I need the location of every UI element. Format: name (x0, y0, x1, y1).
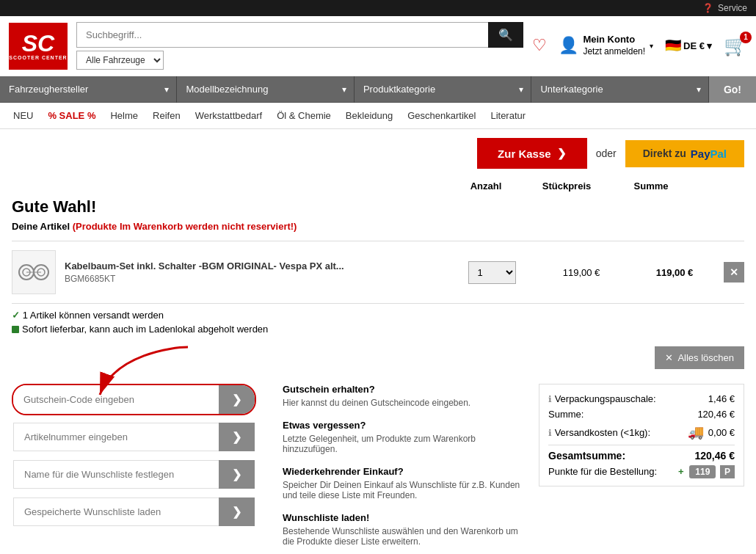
stock-check-icon: ✓ (12, 310, 23, 321)
product-info: Kabelbaum-Set inkl. Schalter -BGM ORIGIN… (65, 260, 446, 284)
delete-all-label: Alles löschen (677, 352, 734, 363)
stock-info: ✓ 1 Artikel können versandt werden Sofor… (12, 310, 744, 335)
account-wrap[interactable]: 👤 Mein Konto Jetzt anmelden! ▾ (559, 34, 653, 57)
info-box-wishlist-title: Wunschliste laden! (283, 512, 527, 523)
oder-text: oder (596, 147, 617, 159)
table-header: Anzahl Stückpreis Summe (12, 181, 744, 192)
info-box-forgot-title: Etwas vergessen? (283, 420, 527, 431)
filter-fahrzeughersteller[interactable]: Fahrzeughersteller (0, 76, 176, 102)
wishlist-name-row: ❯ (12, 459, 256, 490)
summary-verpackung-val: 1,46 € (708, 393, 735, 404)
remove-button[interactable]: ✕ (724, 262, 744, 283)
nav-reifen[interactable]: Reifen (145, 103, 188, 128)
summary-points-row: Punkte für die Bestellung: + 119 P (548, 466, 735, 477)
qty-select[interactable]: 1 (468, 261, 516, 284)
go-button[interactable]: Go! (709, 76, 756, 103)
account-icon: 👤 (559, 36, 578, 55)
search-button[interactable]: 🔍 (488, 22, 523, 48)
nav-bekleidung[interactable]: Bekleidung (338, 103, 400, 128)
article-row: ❯ (12, 421, 256, 453)
delete-all-icon: ✕ (665, 352, 673, 363)
col-summe-header: Summe (611, 181, 691, 192)
wishlist-icon[interactable]: ♡ (532, 36, 547, 55)
summary-punkte-label: Punkte für die Bestellung: (548, 466, 657, 477)
flag-icon: 🇩🇪 (665, 37, 681, 54)
article-submit-button[interactable]: ❯ (219, 423, 255, 451)
summary-verpackung-label: ℹ Verpackungspauschale: (548, 393, 656, 404)
nav-literatur[interactable]: Literatur (483, 103, 533, 128)
summary-gesamt-row: Gesamtsumme: 120,46 € (548, 445, 735, 462)
search-bar: 🔍 (76, 22, 523, 48)
checkout-label: Zur Kasse (498, 147, 551, 160)
nav-werkstatt[interactable]: Werkstattbedarf (188, 103, 270, 128)
checkout-row: Zur Kasse ❯ oder Direkt zu PayPal (12, 138, 744, 169)
summary-versand-label: ℹ Versandkosten (<1kg): (548, 427, 650, 438)
paypal-button[interactable]: Direkt zu PayPal (625, 140, 744, 167)
stock-delivery-text: Sofort lieferbar, kann auch im Ladenloka… (22, 324, 268, 335)
lang-select[interactable]: 🇩🇪 DE € ▾ (665, 37, 712, 54)
main-content: Zur Kasse ❯ oder Direkt zu PayPal Anzahl… (0, 129, 756, 554)
article-warning: Deine Artikel (Produkte Im Warenkorb wer… (12, 221, 744, 232)
coupon-submit-button[interactable]: ❯ (219, 385, 255, 414)
price-total: 119,00 € (634, 267, 715, 278)
summary-gesamt-label: Gesamtsumme: (548, 450, 625, 462)
lang-label: DE € (683, 40, 705, 51)
account-action: Jetzt anmelden! (583, 46, 645, 57)
qty-wrap: 1 (455, 261, 528, 284)
info-boxes: Gutschein erhalten? Hier kannst du deine… (268, 384, 527, 554)
stock-available-text: Artikel können versandt werden (30, 310, 164, 321)
info-box-recurring: Wiederkehrender Einkauf? Speicher Dir De… (283, 466, 527, 500)
summary-summe-label: Summe: (548, 409, 584, 420)
warning-text: (Produkte Im Warenkorb werden nicht rese… (73, 221, 297, 232)
filter-kategorie[interactable]: Produktkategorie (355, 76, 531, 102)
filter-modell[interactable]: Modellbezeichnung (177, 76, 353, 102)
nav-geschenk[interactable]: Geschenkartikel (400, 103, 483, 128)
nav-helme[interactable]: Helme (103, 103, 145, 128)
nav-neu[interactable]: NEU (6, 103, 40, 128)
stock-delivery-row: Sofort lieferbar, kann auch im Ladenloka… (12, 324, 744, 335)
account-label: Mein Konto (583, 34, 645, 46)
product-name: Kabelbaum-Set inkl. Schalter -BGM ORIGIN… (65, 260, 446, 271)
coupon-row: ❯ (12, 384, 256, 415)
summary-summe-val: 120,46 € (697, 409, 735, 420)
logo-brand: SCOOTER CENTER (9, 55, 67, 60)
nav-oel[interactable]: Öl & Chemie (269, 103, 338, 128)
logo[interactable]: SC SCOOTER CENTER (9, 23, 68, 70)
paypal-prefix: Direkt zu (643, 147, 686, 159)
search-input[interactable] (76, 22, 488, 48)
page-title: Gute Wahl! (12, 197, 744, 216)
delete-all-button[interactable]: ✕ Alles löschen (655, 346, 744, 369)
service-link[interactable]: Service (718, 3, 747, 13)
header-right: ♡ 👤 Mein Konto Jetzt anmelden! ▾ 🇩🇪 DE €… (532, 34, 747, 57)
checkout-button[interactable]: Zur Kasse ❯ (477, 138, 587, 169)
article-label: Deine Artikel (12, 221, 70, 232)
summary-box: ℹ Verpackungspauschale: 1,46 € Summe: 12… (539, 384, 744, 486)
price-unit: 119,00 € (537, 267, 625, 278)
points-p-icon: P (720, 465, 735, 478)
paypal-brand: PayPal (691, 147, 727, 160)
truck-icon: 🚚 (688, 424, 704, 440)
wishlist-load-submit-button[interactable]: ❯ (219, 497, 255, 526)
article-input[interactable] (13, 423, 219, 451)
wishlist-name-input[interactable] (13, 460, 219, 489)
product-thumbnail (16, 255, 51, 290)
header: SC SCOOTER CENTER 🔍 Alle Fahrzeuge ♡ 👤 M… (0, 16, 756, 76)
product-row: Kabelbaum-Set inkl. Schalter -BGM ORIGIN… (12, 241, 744, 304)
info-box-wishlist: Wunschliste laden! Bestehende Wunschlist… (283, 512, 527, 547)
stock-count: 1 (23, 310, 28, 321)
filter-unterkategorie-wrap: Unterkategorie (531, 76, 708, 103)
summary-versand-row: ℹ Versandkosten (<1kg): 🚚 0,00 € (548, 424, 735, 440)
nav-sale[interactable]: % SALE % (40, 103, 103, 128)
vehicle-select[interactable]: Alle Fahrzeuge (76, 51, 164, 70)
top-bar: ❓ Service (0, 0, 756, 16)
coupon-input[interactable] (13, 385, 219, 414)
versand-info-icon[interactable]: ℹ (548, 428, 552, 438)
verpackung-info-icon[interactable]: ℹ (548, 394, 552, 404)
account-chevron-icon: ▾ (650, 42, 653, 50)
filter-unterkategorie[interactable]: Unterkategorie (531, 76, 708, 102)
product-sku: BGM6685KT (65, 274, 446, 284)
right-summary: ℹ Verpackungspauschale: 1,46 € Summe: 12… (539, 384, 744, 554)
cart-wrap[interactable]: 🛒 1 (724, 34, 747, 57)
wishlist-load-input[interactable] (13, 497, 219, 526)
wishlist-name-submit-button[interactable]: ❯ (219, 460, 255, 489)
